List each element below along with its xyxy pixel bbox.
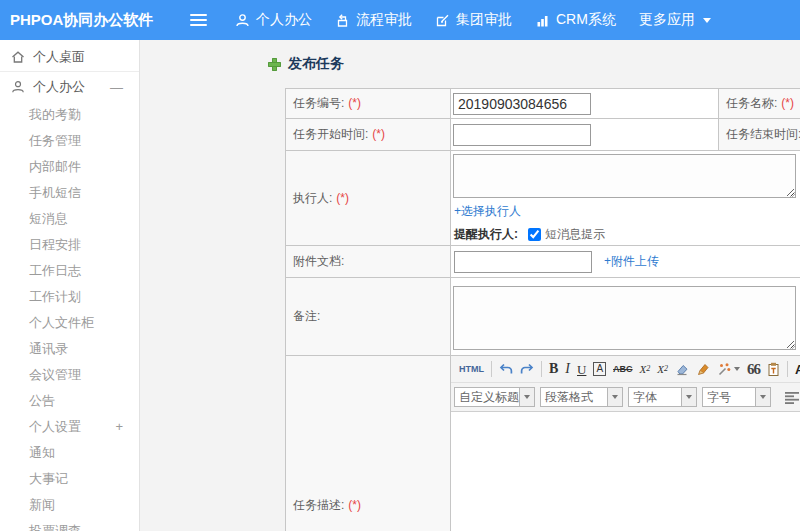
brush-button[interactable] [696,362,710,376]
sidebar-item-contacts[interactable]: 通讯录 [0,336,139,362]
sidebar-item-schedule[interactable]: 日程安排 [0,232,139,258]
expand-indicator[interactable]: + [115,414,123,440]
html-source-button[interactable]: HTML [459,365,484,374]
select-value: 字号 [702,387,756,407]
bar-chart-icon [535,13,550,28]
sidebar-submenu: 我的考勤 任务管理 内部邮件 手机短信 短消息 日程安排 工作日志 工作计划 个… [0,102,139,531]
person-icon [11,80,25,94]
start-time-input[interactable] [453,124,591,146]
required-mark: (*) [348,96,361,110]
sidebar-section-personal-office[interactable]: 个人办公 — [0,72,139,102]
nav-label: 集团审批 [456,11,512,29]
sidebar-item-attendance[interactable]: 我的考勤 [0,102,139,128]
nav-crm-system[interactable]: CRM系统 [535,11,616,29]
redo-icon [520,363,534,376]
remark-textarea[interactable] [453,286,796,350]
select-value: 自定义标题 [454,387,520,407]
collapse-indicator[interactable]: — [110,80,123,95]
select-caret-button[interactable] [756,387,771,407]
choose-executor-link[interactable]: +选择执行人 [454,204,521,218]
nav-label: CRM系统 [556,11,616,29]
boxed-a-button[interactable]: A [593,362,606,376]
nav-more-apps[interactable]: 更多应用 [639,11,711,29]
required-mark: (*) [781,96,794,110]
person-icon [235,13,250,28]
field-label: 任务描述: [293,498,344,512]
sidebar-item-internal-mail[interactable]: 内部邮件 [0,154,139,180]
paragraph-format-select[interactable]: 段落格式 [540,387,623,407]
nav-label: 更多应用 [639,11,695,29]
undo-button[interactable] [499,363,513,376]
page-title: 发布任务 [288,55,344,73]
sidebar-item-task-management[interactable]: 任务管理 [0,128,139,154]
executor-label-cell: 执行人:(*) [286,151,451,246]
sidebar-item-personal-settings[interactable]: 个人设置+ [0,414,139,440]
subscript-button[interactable]: X2 [657,364,668,375]
sidebar-item-sms[interactable]: 手机短信 [0,180,139,206]
menu-toggle-icon[interactable] [190,14,207,26]
italic-button[interactable]: I [565,362,570,376]
home-icon [11,50,25,64]
sidebar-item-work-plan[interactable]: 工作计划 [0,284,139,310]
field-label: 备注: [293,309,320,323]
sidebar-item-vote[interactable]: 投票调查 [0,518,139,531]
toolbar-separator [787,361,788,377]
sidebar-item-label: 个人设置 [29,419,81,434]
sidebar-item-personal-files[interactable]: 个人文件柜 [0,310,139,336]
font-family-select[interactable]: 字体 [628,387,697,407]
sub-x: X [657,364,664,375]
caret-down-icon [612,395,618,399]
sub-mark: 2 [664,365,668,373]
sidebar-item-work-log[interactable]: 工作日志 [0,258,139,284]
process-icon [335,13,350,28]
align-left-icon [784,391,800,404]
sup-mark: 2 [646,365,650,373]
editor-toolbar-row1: HTML B I U A ABC X2 X2 [451,356,800,383]
sms-remind-checkbox[interactable] [528,228,541,241]
app-logo: PHPOA协同办公软件 [0,11,158,30]
required-mark: (*) [336,191,349,205]
eraser-button[interactable] [675,362,689,376]
strikethrough-button[interactable]: ABC [613,365,633,374]
paste-button[interactable] [767,362,780,377]
task-number-input[interactable] [453,93,591,115]
select-caret-button[interactable] [608,387,623,407]
attachment-input[interactable] [454,251,592,273]
align-left-button[interactable] [784,391,800,404]
nav-group-approval[interactable]: 集团审批 [435,11,512,29]
font-color-button[interactable]: A [795,363,800,376]
undo-icon [499,363,513,376]
clipboard-icon [767,362,780,377]
caret-down-icon [703,18,711,23]
start-time-label-cell: 任务开始时间:(*) [286,119,451,151]
caret-down-icon [686,395,692,399]
blockquote-button[interactable]: 66 [747,362,760,377]
nav-personal-office[interactable]: 个人办公 [235,11,312,29]
bold-button[interactable]: B [549,362,558,376]
underline-button[interactable]: U [577,363,586,376]
sidebar-item-notice[interactable]: 通知 [0,440,139,466]
sidebar-item-announcement[interactable]: 公告 [0,388,139,414]
sidebar-item-label: 个人桌面 [33,48,85,66]
select-caret-button[interactable] [520,387,535,407]
sidebar-item-news[interactable]: 新闻 [0,492,139,518]
sidebar-item-meeting[interactable]: 会议管理 [0,362,139,388]
sidebar-item-events[interactable]: 大事记 [0,466,139,492]
executor-textarea[interactable] [453,154,796,198]
custom-heading-select[interactable]: 自定义标题 [454,387,535,407]
sidebar-item-short-message[interactable]: 短消息 [0,206,139,232]
redo-button[interactable] [520,363,534,376]
end-time-label-cell: 任务结束时间:(*) [719,119,800,151]
field-label: 任务结束时间: [726,127,800,141]
topbar: PHPOA协同办公软件 个人办公 流程审批 集团审批 CRM系统 更多应用 [0,0,800,40]
sidebar-item-desktop[interactable]: 个人桌面 [0,42,139,72]
attachment-upload-link[interactable]: +附件上传 [604,253,659,270]
superscript-button[interactable]: X2 [640,364,651,375]
editor-content-area[interactable] [451,412,800,531]
format-painter-dropdown[interactable] [717,362,740,376]
font-size-select[interactable]: 字号 [702,387,771,407]
caret-down-icon [760,395,766,399]
select-caret-button[interactable] [682,387,697,407]
remind-executor-label: 提醒执行人: [454,226,518,243]
nav-process-approval[interactable]: 流程审批 [335,11,412,29]
